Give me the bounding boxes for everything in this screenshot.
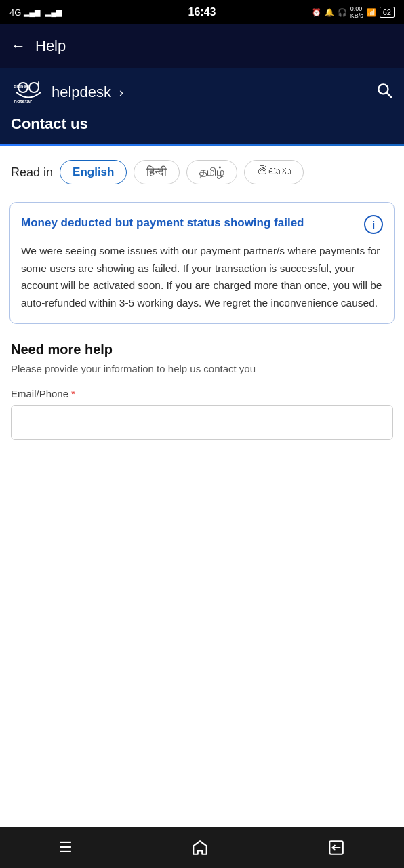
helpdesk-label: helpdesk — [52, 83, 111, 101]
lang-english[interactable]: English — [60, 160, 127, 184]
home-icon — [191, 839, 209, 856]
status-bar: 4G ▂▄▆ ▂▄▆ 16:43 ⏰ 🔔 🎧 0.00KB/s 📶 62 — [0, 0, 404, 24]
svg-line-7 — [387, 93, 392, 98]
svg-text:disney: disney — [14, 84, 28, 90]
helpdesk-chevron-icon: › — [119, 85, 123, 100]
header: ← Help — [0, 24, 404, 68]
battery: 62 — [380, 7, 395, 18]
logo-container: + hotstar disney — [11, 79, 46, 106]
back-button[interactable]: ← — [11, 37, 26, 55]
bottom-nav: ☰ — [0, 827, 404, 868]
wifi-icon: 📶 — [367, 8, 376, 17]
alert-body: We were seeing some issues with our paym… — [21, 242, 383, 311]
helpdesk-banner: + hotstar disney helpdesk › Contact us — [0, 68, 404, 144]
alarm-icon: ⏰ — [312, 8, 321, 17]
alert-card: Money deducted but payment status showin… — [9, 202, 395, 324]
lang-telugu[interactable]: తెలుగు — [244, 160, 304, 184]
back-nav-button[interactable] — [327, 839, 345, 856]
home-button[interactable] — [191, 839, 209, 856]
lang-hindi[interactable]: हिन्दी — [134, 160, 180, 184]
alert-title: Money deducted but payment status showin… — [21, 215, 357, 231]
lang-tamil[interactable]: தமிழ் — [186, 160, 237, 184]
mute-icon: 🔔 — [325, 8, 334, 17]
alert-card-header: Money deducted but payment status showin… — [21, 215, 383, 234]
menu-button[interactable]: ☰ — [59, 839, 73, 856]
signal-strength: ▂▄▆ — [24, 8, 40, 17]
svg-text:hotstar: hotstar — [14, 98, 32, 104]
helpdesk-top-row: + hotstar disney helpdesk › — [11, 79, 393, 106]
email-phone-input[interactable] — [11, 405, 393, 440]
need-help-subtitle: Please provide your information to help … — [11, 361, 393, 376]
data-speed: 0.00KB/s — [350, 5, 363, 19]
network-type: 4G — [9, 7, 21, 18]
helpdesk-brand[interactable]: + hotstar disney helpdesk › — [11, 79, 123, 106]
search-icon — [376, 81, 393, 99]
clock: 16:43 — [188, 6, 216, 18]
read-in-label: Read in — [11, 165, 53, 180]
secondary-signal: ▂▄▆ — [45, 8, 62, 17]
language-selector: Read in English हिन्दी தமிழ் తెలుగు — [0, 146, 404, 191]
need-help-title: Need more help — [11, 342, 393, 357]
status-right: ⏰ 🔔 🎧 0.00KB/s 📶 62 — [312, 5, 395, 19]
search-button[interactable] — [376, 81, 393, 103]
email-phone-label: Email/Phone * — [11, 388, 393, 399]
svg-text:+: + — [37, 80, 40, 87]
required-indicator: * — [71, 388, 75, 399]
need-more-help-section: Need more help Please provide your infor… — [0, 335, 404, 451]
headset-icon: 🎧 — [338, 8, 347, 17]
status-left: 4G ▂▄▆ ▂▄▆ — [9, 7, 62, 18]
back-nav-icon — [327, 839, 345, 856]
info-icon[interactable]: i — [364, 215, 383, 234]
contact-us-label: Contact us — [11, 106, 393, 144]
hotstar-logo-svg: + hotstar disney — [11, 79, 46, 106]
page-title: Help — [35, 37, 66, 55]
